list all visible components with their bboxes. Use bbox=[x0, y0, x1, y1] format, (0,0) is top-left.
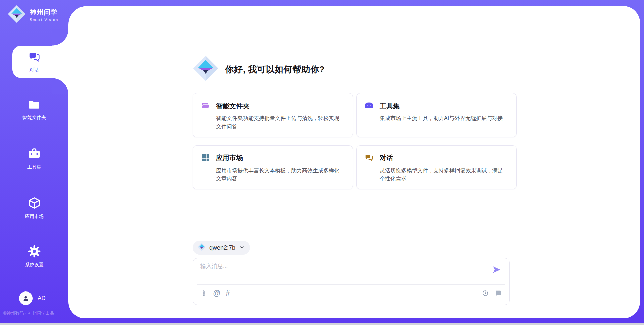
brand-logo: 神州问学 Smart Vision bbox=[7, 5, 58, 25]
grid-icon bbox=[201, 153, 210, 163]
hash-icon: # bbox=[226, 289, 230, 297]
card-smart-folder[interactable]: 智能文件夹 智能文件夹功能支持批量文件上传与清洗，轻松实现文件问答 bbox=[193, 93, 353, 137]
sidebar-item-chat[interactable]: 对话 bbox=[12, 46, 69, 78]
app-root: 神州问学 Smart Vision 对话 智能文件夹 bbox=[0, 0, 644, 325]
sidebar-item-settings[interactable]: 系统设置 bbox=[0, 245, 68, 268]
briefcase-icon bbox=[365, 101, 373, 111]
card-title: 工具集 bbox=[380, 102, 400, 111]
card-title: 智能文件夹 bbox=[216, 102, 250, 111]
tab-connector-bottom bbox=[52, 78, 69, 94]
card-description: 集成市场上主流工具，助力AI与外界无缝扩展与对接 bbox=[365, 114, 508, 123]
chat-icon bbox=[28, 51, 40, 64]
gear-icon bbox=[28, 253, 41, 259]
card-title: 应用市场 bbox=[216, 153, 243, 162]
sidebar-item-label: 工具集 bbox=[0, 164, 68, 170]
folder-open-icon bbox=[201, 101, 210, 111]
hero-diamond-icon bbox=[192, 55, 219, 82]
brand-name: 神州问学 bbox=[30, 8, 58, 17]
sidebar-item-label: 智能文件夹 bbox=[0, 115, 68, 121]
at-icon: @ bbox=[213, 289, 220, 297]
attach-button[interactable] bbox=[200, 289, 208, 297]
send-button[interactable] bbox=[491, 265, 501, 275]
sidebar-item-label: 对话 bbox=[30, 67, 39, 73]
tab-connector-top bbox=[52, 29, 69, 46]
hashtag-button[interactable]: # bbox=[226, 289, 230, 297]
horizontal-scrollbar[interactable] bbox=[0, 323, 644, 325]
user-name: AD bbox=[38, 295, 46, 302]
cube-icon bbox=[28, 205, 41, 211]
send-icon bbox=[492, 265, 501, 274]
model-diamond-icon bbox=[197, 243, 206, 253]
main-panel: 你好, 我可以如何帮助你? 智能文件夹 智能文件夹功能支持批量文件上传与清洗，轻… bbox=[68, 6, 640, 318]
history-icon bbox=[481, 289, 489, 297]
composer-divider bbox=[197, 284, 505, 285]
chat-bubble-icon bbox=[494, 289, 502, 297]
card-description: 灵活切换多模型文件，支持多样回复效果调试，满足个性化需求 bbox=[365, 167, 508, 183]
attach-icon bbox=[200, 289, 208, 297]
card-description: 智能文件夹功能支持批量文件上传与清洗，轻松实现文件问答 bbox=[201, 114, 344, 131]
sidebar-item-toolset[interactable]: 工具集 bbox=[0, 147, 68, 170]
avatar bbox=[19, 291, 33, 305]
card-chat[interactable]: 对话 灵活切换多模型文件，支持多样回复效果调试，满足个性化需求 bbox=[356, 145, 517, 190]
card-app-market[interactable]: 应用市场 应用市场提供丰富长文本模板，助力高效生成多样化文章内容 bbox=[193, 145, 353, 190]
card-title: 对话 bbox=[380, 153, 393, 162]
chat-bubble-button[interactable] bbox=[494, 289, 502, 297]
card-description: 应用市场提供丰富长文本模板，助力高效生成多样化文章内容 bbox=[201, 167, 344, 183]
folder-icon bbox=[28, 106, 41, 112]
sidebar-item-label: 应用市场 bbox=[0, 214, 68, 220]
user-profile[interactable]: AD bbox=[0, 291, 68, 305]
message-input[interactable] bbox=[200, 262, 485, 282]
message-composer: @ # bbox=[193, 258, 510, 305]
history-button[interactable] bbox=[481, 289, 489, 297]
briefcase-icon bbox=[28, 155, 41, 161]
model-name: qwen2:7b bbox=[209, 244, 235, 251]
brand-diamond-icon bbox=[7, 5, 26, 25]
feature-cards: 智能文件夹 智能文件夹功能支持批量文件上传与清洗，轻松实现文件问答 工具集 bbox=[193, 93, 517, 189]
card-toolset[interactable]: 工具集 集成市场上主流工具，助力AI与外界无缝扩展与对接 bbox=[356, 93, 517, 137]
greeting-title: 你好, 我可以如何帮助你? bbox=[225, 64, 325, 75]
sidebar-item-label: 系统设置 bbox=[0, 262, 68, 268]
sidebar-item-smart-folder[interactable]: 智能文件夹 bbox=[0, 98, 68, 121]
sidebar: 神州问学 Smart Vision 对话 智能文件夹 bbox=[0, 0, 68, 325]
mention-button[interactable]: @ bbox=[213, 289, 220, 297]
sidebar-item-app-market[interactable]: 应用市场 bbox=[0, 196, 68, 220]
chevron-down-icon bbox=[239, 244, 245, 251]
copyright-text: ©神州数码 · 神州问学出品 bbox=[3, 310, 70, 316]
brand-subtitle: Smart Vision bbox=[30, 18, 58, 22]
chat-icon bbox=[365, 153, 373, 163]
model-selector[interactable]: qwen2:7b bbox=[193, 241, 250, 255]
